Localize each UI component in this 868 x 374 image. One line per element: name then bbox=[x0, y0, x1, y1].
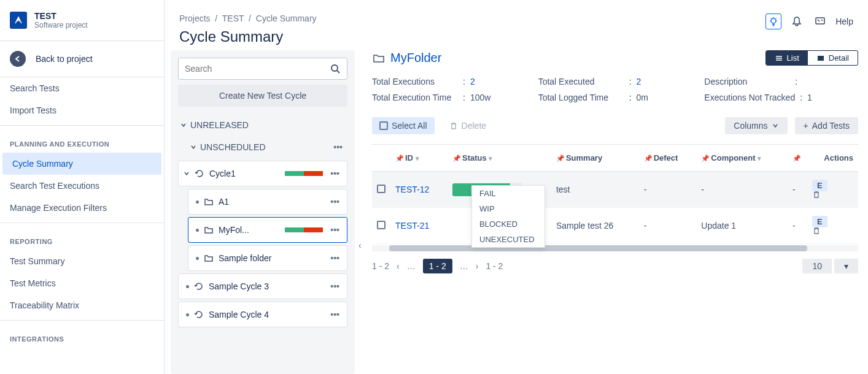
pager-next[interactable]: › bbox=[476, 261, 479, 271]
bullet-icon bbox=[186, 285, 189, 288]
more-icon[interactable]: ••• bbox=[328, 253, 342, 263]
th-summary[interactable]: 📌Summary bbox=[551, 145, 639, 172]
table-row: TEST-12 PASS▾ test - - - E bbox=[372, 172, 858, 208]
crumb-current: Cycle Summary bbox=[256, 13, 317, 23]
progress-bar bbox=[285, 227, 323, 232]
tree-sample-cycle-4[interactable]: Sample Cycle 4 ••• bbox=[178, 302, 347, 327]
page-title: Cycle Summary bbox=[179, 28, 317, 45]
cell-component: Update 1 bbox=[696, 208, 788, 244]
nav-test-summary[interactable]: Test Summary bbox=[0, 250, 164, 272]
tree-sample-cycle-3[interactable]: Sample Cycle 3 ••• bbox=[178, 273, 347, 299]
execute-button[interactable]: E bbox=[812, 216, 827, 227]
delete-row-icon[interactable] bbox=[812, 190, 821, 199]
folder-icon bbox=[204, 253, 214, 263]
bell-icon[interactable] bbox=[789, 13, 805, 29]
tree-sample-folder[interactable]: Sample folder ••• bbox=[188, 245, 347, 271]
status-option[interactable]: WIP bbox=[472, 201, 544, 216]
project-name: TEST bbox=[34, 11, 88, 21]
view-list-button[interactable]: List bbox=[766, 51, 808, 65]
delete-button[interactable]: Delete bbox=[442, 117, 494, 134]
tree-a1[interactable]: A1 ••• bbox=[188, 189, 347, 215]
plus-icon: + bbox=[804, 121, 808, 131]
add-tests-button[interactable]: + Add Tests bbox=[795, 117, 858, 134]
cell-defect: - bbox=[639, 208, 697, 244]
tree-search[interactable] bbox=[178, 58, 347, 80]
folder-icon bbox=[204, 197, 214, 207]
th-actions: Actions bbox=[807, 145, 858, 172]
view-toggle: List Detail bbox=[765, 50, 858, 66]
project-header: TEST Software project bbox=[0, 11, 164, 40]
nav-traceability[interactable]: Traceability Matrix bbox=[0, 294, 164, 316]
status-option[interactable]: FAIL bbox=[472, 186, 544, 201]
crumb-projects[interactable]: Projects bbox=[179, 13, 211, 23]
svg-rect-1 bbox=[816, 18, 824, 24]
detail-panel: ‹ MyFolder List Detail bbox=[355, 50, 868, 374]
test-id-link[interactable]: TEST-12 bbox=[395, 185, 429, 194]
bullet-icon bbox=[196, 200, 199, 204]
cycle-tree-panel: Create New Test Cycle UNRELEASED UNSCHED… bbox=[171, 50, 355, 374]
more-icon[interactable]: ••• bbox=[328, 281, 342, 291]
status-dropdown: FAIL WIP BLOCKED UNEXECUTED bbox=[471, 185, 545, 248]
row-checkbox[interactable] bbox=[377, 185, 386, 193]
section-integrations: INTEGRATIONS bbox=[0, 324, 164, 348]
section-reporting: REPORTING bbox=[0, 227, 164, 250]
collapse-icon[interactable]: ‹ bbox=[358, 240, 362, 250]
nav-manage-filters[interactable]: Manage Execution Filters bbox=[0, 197, 164, 219]
more-icon[interactable]: ••• bbox=[328, 310, 342, 319]
executions-table: 📌ID ▾ 📌Status ▾ 📌Summary 📌Defect 📌Compon… bbox=[372, 144, 858, 244]
tree-unreleased[interactable]: UNRELEASED bbox=[178, 114, 347, 136]
tree-unscheduled[interactable]: UNSCHEDULED ••• bbox=[188, 136, 347, 158]
search-input[interactable] bbox=[185, 64, 330, 74]
test-id-link[interactable]: TEST-21 bbox=[395, 221, 429, 231]
pager-prev[interactable]: ‹ bbox=[397, 261, 400, 271]
nav-test-metrics[interactable]: Test Metrics bbox=[0, 272, 164, 294]
cell-summary: Sample test 26 bbox=[551, 208, 639, 244]
more-icon[interactable]: ••• bbox=[331, 142, 345, 152]
horizontal-scrollbar[interactable] bbox=[372, 245, 858, 251]
back-icon bbox=[10, 51, 26, 67]
sidebar: TEST Software project Back to project Se… bbox=[0, 0, 165, 374]
idea-icon[interactable] bbox=[765, 13, 781, 29]
select-all-button[interactable]: Select All bbox=[372, 117, 435, 134]
more-icon[interactable]: ••• bbox=[328, 197, 342, 207]
status-option[interactable]: UNEXECUTED bbox=[472, 232, 544, 247]
pager-current: 1 - 2 bbox=[423, 259, 452, 273]
status-option[interactable]: BLOCKED bbox=[472, 216, 544, 232]
cycle-icon bbox=[195, 169, 204, 178]
th-id[interactable]: 📌ID ▾ bbox=[390, 145, 448, 172]
th-status[interactable]: 📌Status ▾ bbox=[448, 145, 551, 172]
tree-myfolder[interactable]: MyFol... ••• bbox=[188, 217, 347, 243]
bullet-icon bbox=[186, 313, 189, 316]
delete-row-icon[interactable] bbox=[812, 226, 821, 235]
svg-rect-3 bbox=[818, 56, 824, 61]
create-cycle-button[interactable]: Create New Test Cycle bbox=[178, 85, 347, 107]
cycle-icon bbox=[194, 281, 204, 291]
help-link[interactable]: Help bbox=[835, 17, 853, 26]
main: Projects / TEST / Cycle Summary Cycle Su… bbox=[165, 0, 868, 374]
th-component[interactable]: 📌Component ▾ bbox=[696, 145, 788, 172]
cell-summary: test bbox=[551, 172, 639, 208]
table-row: TEST-21 Sample test 26 - Update 1 - E bbox=[372, 208, 858, 244]
nav-cycle-summary[interactable]: Cycle Summary bbox=[2, 153, 161, 175]
crumb-test[interactable]: TEST bbox=[222, 13, 244, 23]
view-detail-button[interactable]: Detail bbox=[808, 51, 858, 65]
nav-search-tests[interactable]: Search Tests bbox=[0, 77, 164, 99]
nav-search-executions[interactable]: Search Test Executions bbox=[0, 175, 164, 197]
back-to-project[interactable]: Back to project bbox=[0, 40, 164, 77]
folder-title: MyFolder bbox=[372, 51, 441, 65]
chevron-down-icon bbox=[772, 122, 779, 129]
page-size-dropdown[interactable]: ▾ bbox=[834, 259, 858, 273]
checkbox-icon bbox=[379, 121, 388, 130]
tree-cycle1[interactable]: Cycle1 ••• bbox=[178, 161, 347, 186]
more-icon[interactable]: ••• bbox=[328, 225, 342, 235]
stats-grid: Total Executions:2 Total Executed:2 Desc… bbox=[372, 77, 858, 102]
breadcrumb: Projects / TEST / Cycle Summary bbox=[179, 13, 317, 23]
execute-button[interactable]: E bbox=[812, 180, 827, 191]
row-checkbox[interactable] bbox=[377, 221, 386, 229]
columns-button[interactable]: Columns bbox=[725, 117, 787, 134]
nav-import-tests[interactable]: Import Tests bbox=[0, 99, 164, 121]
feedback-icon[interactable] bbox=[812, 13, 828, 29]
th-defect[interactable]: 📌Defect bbox=[639, 145, 697, 172]
cycle-icon bbox=[194, 310, 204, 319]
more-icon[interactable]: ••• bbox=[328, 169, 342, 178]
